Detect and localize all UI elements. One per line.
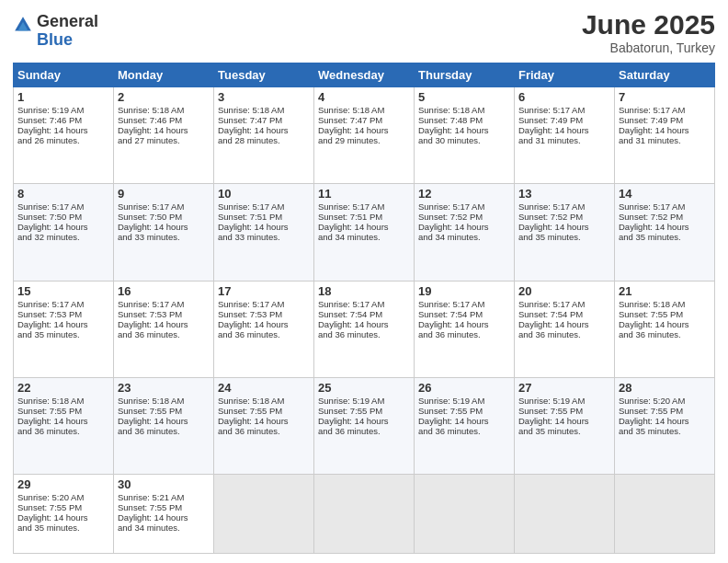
day-info: Sunrise: 5:18 AM (318, 105, 410, 115)
day-info: and 36 minutes. (118, 329, 210, 339)
day-number: 2 (118, 90, 210, 104)
day-info: Daylight: 14 hours (17, 416, 109, 426)
location: Babatorun, Turkey (582, 40, 715, 55)
day-info: Sunset: 7:47 PM (318, 115, 410, 125)
day-number: 19 (418, 284, 510, 298)
day-info: and 36 minutes. (518, 329, 610, 339)
day-number: 22 (17, 381, 109, 395)
day-info: Sunrise: 5:21 AM (118, 492, 210, 502)
day-info: Daylight: 14 hours (418, 416, 510, 426)
day-info: Sunrise: 5:18 AM (17, 396, 109, 406)
day-info: and 31 minutes. (619, 135, 711, 145)
day-info: and 34 minutes. (318, 232, 410, 242)
day-info: Sunrise: 5:19 AM (17, 105, 109, 115)
day-info: Sunset: 7:55 PM (118, 502, 210, 512)
calendar-cell: 6Sunrise: 5:17 AMSunset: 7:49 PMDaylight… (515, 87, 615, 184)
col-monday: Monday (114, 63, 214, 87)
calendar-week-1: 1Sunrise: 5:19 AMSunset: 7:46 PMDaylight… (14, 87, 715, 184)
day-info: Sunset: 7:55 PM (118, 406, 210, 416)
col-saturday: Saturday (615, 63, 715, 87)
day-number: 13 (518, 187, 610, 201)
calendar-cell (415, 475, 515, 554)
calendar-header: Sunday Monday Tuesday Wednesday Thursday… (14, 63, 715, 87)
day-info: Sunrise: 5:18 AM (218, 396, 310, 406)
day-info: Sunrise: 5:17 AM (518, 105, 610, 115)
day-info: Sunset: 7:55 PM (218, 406, 310, 416)
day-info: and 36 minutes. (218, 426, 310, 436)
calendar-cell: 23Sunrise: 5:18 AMSunset: 7:55 PMDayligh… (114, 377, 214, 474)
calendar-cell: 9Sunrise: 5:17 AMSunset: 7:50 PMDaylight… (114, 184, 214, 281)
day-number: 11 (318, 187, 410, 201)
day-info: and 35 minutes. (17, 523, 109, 533)
day-info: Daylight: 14 hours (118, 512, 210, 523)
day-number: 16 (118, 284, 210, 298)
day-info: Sunset: 7:52 PM (518, 212, 610, 222)
day-number: 8 (17, 187, 109, 201)
day-number: 12 (418, 187, 510, 201)
day-info: Sunrise: 5:18 AM (619, 299, 711, 309)
day-info: Daylight: 14 hours (418, 125, 510, 135)
day-info: Daylight: 14 hours (118, 416, 210, 426)
day-info: Sunset: 7:47 PM (218, 115, 310, 125)
calendar-cell: 16Sunrise: 5:17 AMSunset: 7:53 PMDayligh… (114, 281, 214, 377)
col-wednesday: Wednesday (314, 63, 415, 87)
calendar-cell: 10Sunrise: 5:17 AMSunset: 7:51 PMDayligh… (214, 184, 314, 281)
col-thursday: Thursday (415, 63, 515, 87)
calendar-cell: 15Sunrise: 5:17 AMSunset: 7:53 PMDayligh… (14, 281, 114, 377)
day-info: Sunset: 7:48 PM (418, 115, 510, 125)
day-info: Sunset: 7:49 PM (518, 115, 610, 125)
day-info: Sunset: 7:54 PM (518, 309, 610, 319)
day-info: and 36 minutes. (17, 426, 109, 436)
day-info: and 36 minutes. (218, 329, 310, 339)
day-info: Daylight: 14 hours (318, 319, 410, 329)
day-info: Daylight: 14 hours (518, 319, 610, 329)
calendar-cell: 7Sunrise: 5:17 AMSunset: 7:49 PMDaylight… (615, 87, 715, 184)
day-info: Sunset: 7:53 PM (218, 309, 310, 319)
day-info: Daylight: 14 hours (619, 319, 711, 329)
day-info: Sunrise: 5:18 AM (118, 105, 210, 115)
day-info: Sunset: 7:49 PM (619, 115, 711, 125)
day-info: Sunset: 7:54 PM (318, 309, 410, 319)
day-info: Sunset: 7:55 PM (619, 406, 711, 416)
day-number: 6 (518, 90, 610, 104)
month-title: June 2025 (582, 9, 715, 40)
day-info: Sunset: 7:55 PM (17, 406, 109, 416)
day-info: Sunrise: 5:20 AM (619, 396, 711, 406)
day-info: Sunrise: 5:19 AM (518, 396, 610, 406)
day-info: and 33 minutes. (118, 232, 210, 242)
calendar-body: 1Sunrise: 5:19 AMSunset: 7:46 PMDaylight… (14, 87, 715, 554)
calendar-week-4: 22Sunrise: 5:18 AMSunset: 7:55 PMDayligh… (14, 377, 715, 474)
header: General Blue June 2025 Babatorun, Turkey (13, 9, 715, 55)
day-number: 7 (619, 90, 711, 104)
day-info: and 36 minutes. (418, 426, 510, 436)
day-info: Sunrise: 5:18 AM (418, 105, 510, 115)
logo-icon (13, 15, 33, 35)
day-info: Daylight: 14 hours (518, 125, 610, 135)
calendar-cell: 1Sunrise: 5:19 AMSunset: 7:46 PMDaylight… (14, 87, 114, 184)
calendar-cell: 17Sunrise: 5:17 AMSunset: 7:53 PMDayligh… (214, 281, 314, 377)
day-info: and 28 minutes. (218, 135, 310, 145)
day-info: and 35 minutes. (619, 232, 711, 242)
day-info: and 34 minutes. (418, 232, 510, 242)
calendar-cell: 27Sunrise: 5:19 AMSunset: 7:55 PMDayligh… (515, 377, 615, 474)
day-info: Sunset: 7:51 PM (218, 212, 310, 222)
day-info: Sunset: 7:55 PM (619, 309, 711, 319)
calendar-cell: 5Sunrise: 5:18 AMSunset: 7:48 PMDaylight… (415, 87, 515, 184)
day-number: 5 (418, 90, 510, 104)
day-info: Daylight: 14 hours (118, 319, 210, 329)
day-info: Daylight: 14 hours (118, 222, 210, 232)
day-number: 17 (218, 284, 310, 298)
day-info: and 35 minutes. (518, 426, 610, 436)
day-info: Sunset: 7:50 PM (118, 212, 210, 222)
day-info: Sunrise: 5:18 AM (218, 105, 310, 115)
day-info: Sunrise: 5:17 AM (518, 201, 610, 212)
day-info: Daylight: 14 hours (17, 222, 109, 232)
day-info: Daylight: 14 hours (318, 416, 410, 426)
page: General Blue June 2025 Babatorun, Turkey… (0, 0, 728, 563)
day-info: Sunrise: 5:17 AM (218, 299, 310, 309)
day-info: Daylight: 14 hours (218, 319, 310, 329)
calendar-cell: 29Sunrise: 5:20 AMSunset: 7:55 PMDayligh… (14, 475, 114, 554)
day-info: Sunrise: 5:17 AM (619, 201, 711, 212)
day-number: 30 (118, 477, 210, 491)
day-info: Sunrise: 5:19 AM (418, 396, 510, 406)
